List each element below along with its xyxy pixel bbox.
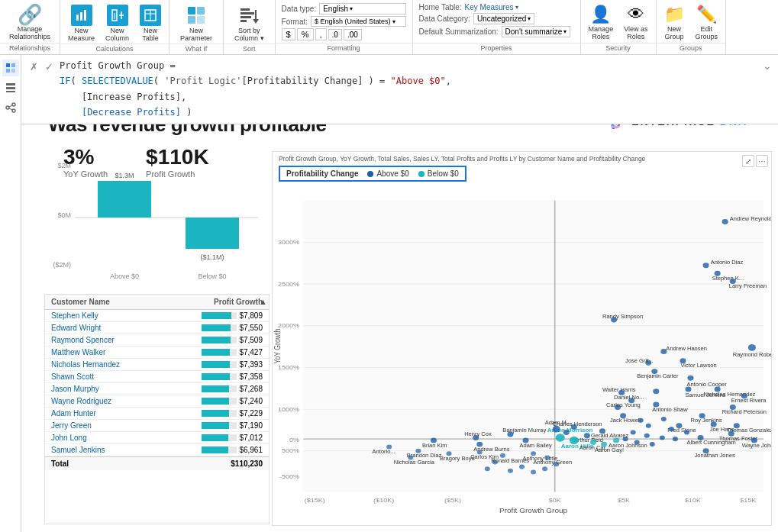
edit-groups-button[interactable]: ✏️ EditGroups [691, 3, 723, 42]
formatting-section-label: Formatting [276, 43, 412, 53]
svg-point-164 [590, 440, 596, 445]
manage-roles-button[interactable]: 👤 ManageRoles [584, 3, 618, 42]
svg-text:Victor Lawson: Victor Lawson [680, 363, 716, 368]
ribbon-top-row: 🔗 Manage Relationships Relationships New… [0, 0, 778, 55]
table-row[interactable]: John Long $7,012 [45, 432, 269, 444]
scatter-controls: ⤢ ⋯ [742, 155, 768, 167]
sort-by-column-button[interactable]: Sort byColumn ▾ [230, 3, 269, 44]
percent-btn[interactable]: % [297, 28, 314, 40]
svg-point-127 [661, 417, 667, 421]
table-row[interactable]: Wayne Rodriguez $7,240 [45, 395, 269, 408]
expand-chart-button[interactable]: ⤢ [742, 155, 754, 167]
bar-chart-area: $2M $0M ($2M) $1.3M ($1.1M) Above $0 Bel… [44, 145, 270, 286]
data-type-dropdown[interactable]: English ▾ [319, 3, 405, 15]
nav-report-icon[interactable] [2, 60, 19, 76]
security-section-label: Security [581, 43, 656, 53]
legend-label-above: Above $0 [376, 169, 408, 178]
manage-relationships-button[interactable]: 🔗 Manage Relationships [3, 3, 56, 42]
customer-name-cell: Jerry Green [51, 421, 202, 430]
table-row[interactable]: Matthew Walker $7,427 [45, 347, 269, 359]
new-parameter-button[interactable]: NewParameter [176, 3, 217, 44]
currency-symbol-btn[interactable]: $ [282, 28, 295, 40]
formula-bar-controls: ✗ ✓ [27, 58, 55, 73]
table-row[interactable]: Jason Murphy $7,268 [45, 383, 269, 395]
legend-label-below: Below $0 [428, 169, 459, 178]
svg-text:-500%: -500% [279, 473, 300, 480]
table-header-row: Customer Name Profit Growth ▲ [45, 295, 269, 310]
increase-decimal-btn[interactable]: .00 [344, 29, 362, 40]
edit-groups-icon: ✏️ [696, 5, 717, 24]
comma-btn[interactable]: , [315, 28, 327, 40]
data-category-dropdown[interactable]: Uncategorized ▾ [473, 13, 534, 24]
table-row[interactable]: Nicholas Hernandez $7,393 [45, 359, 269, 371]
svg-rect-15 [241, 12, 254, 15]
svg-point-170 [553, 426, 560, 433]
svg-text:Jose Grif...: Jose Grif... [625, 359, 653, 363]
svg-text:Antonio Diaz: Antonio Diaz [711, 260, 744, 264]
data-type-dropdown-arrow: ▾ [350, 5, 353, 12]
table-row[interactable]: Edward Wright $7,550 [45, 322, 269, 334]
ribbon-section-security: 👤 ManageRoles 👁 View asRoles Security [581, 0, 657, 54]
svg-point-125 [638, 418, 644, 423]
decrease-decimal-btn[interactable]: .0 [328, 29, 342, 40]
formula-expand-button[interactable]: ⌄ [763, 60, 772, 72]
svg-text:($2M): ($2M) [53, 261, 71, 269]
svg-text:Walter Harris: Walter Harris [602, 387, 636, 392]
formula-cancel-button[interactable]: ✗ [27, 60, 40, 73]
scatter-chart-title: Profit Growth Group, YoY Growth, Total S… [273, 152, 771, 163]
data-type-label: Data type: [282, 5, 317, 13]
nav-model-icon[interactable] [2, 99, 19, 116]
default-summarization-value: Don't summarize [505, 27, 563, 36]
new-parameter-label: NewParameter [180, 27, 212, 42]
new-column-button[interactable]: NewColumn [101, 3, 134, 44]
chart-options-button[interactable]: ⋯ [756, 155, 768, 167]
new-measure-icon [71, 5, 92, 26]
svg-point-136 [684, 430, 689, 434]
svg-point-93 [685, 387, 691, 392]
formula-confirm-button[interactable]: ✓ [43, 60, 55, 73]
legend-dot-below [418, 171, 425, 177]
table-row[interactable]: Shawn Scott $7,358 [45, 371, 269, 383]
svg-text:Jack Howell: Jack Howell [610, 418, 641, 423]
table-row[interactable]: Adam Hunter $7,229 [45, 408, 269, 420]
profit-value-cell: $7,190 [239, 421, 263, 430]
view-as-roles-button[interactable]: 👁 View asRoles [619, 3, 652, 42]
new-measure-button[interactable]: NewMeasure [63, 3, 99, 44]
new-column-label: NewColumn [105, 27, 129, 42]
svg-point-92 [653, 389, 659, 394]
data-category-label-prop: Data Category: [419, 15, 470, 23]
svg-text:Stephen K...: Stephen K... [712, 276, 744, 281]
table-scroll-button[interactable]: ▲ [259, 297, 267, 306]
table-row[interactable]: Samuel Jenkins $6,961 [45, 444, 269, 456]
svg-text:Adam M...: Adam M... [545, 421, 571, 425]
data-category-value: Uncategorized [477, 15, 526, 23]
table-row[interactable]: Stephen Kelly $7,809 [45, 310, 269, 322]
table-row[interactable]: Raymond Spencer $7,509 [45, 334, 269, 347]
nav-data-icon[interactable] [2, 79, 19, 96]
svg-rect-23 [11, 69, 15, 73]
format-dropdown[interactable]: $ English (United States) ▾ [311, 16, 406, 27]
new-column-icon [107, 5, 128, 26]
table-row[interactable]: Jerry Green $7,190 [45, 420, 269, 432]
default-summarization-dropdown[interactable]: Don't summarize ▾ [502, 26, 571, 37]
svg-point-28 [12, 103, 15, 106]
customer-name-cell: Samuel Jenkins [51, 446, 202, 454]
scatter-chart-container: Profit Growth Group, YoY Growth, Total S… [272, 151, 772, 526]
sort-by-column-label: Sort byColumn ▾ [234, 27, 264, 42]
new-group-button[interactable]: 📁 NewGroup [660, 3, 689, 42]
main-canvas: Was revenue growth profitable 🧬 ENTERPRI… [21, 99, 778, 532]
customer-name-cell: Wayne Rodriguez [51, 397, 202, 405]
home-table-dropdown[interactable]: Key Measures ▾ [465, 3, 518, 11]
profit-value-cell: $7,358 [239, 372, 263, 381]
svg-text:Andrew Reynolds: Andrew Reynolds [730, 216, 771, 221]
svg-point-27 [6, 106, 9, 109]
ribbon: 🔗 Manage Relationships Relationships New… [0, 0, 778, 56]
new-table-button[interactable]: NewTable [135, 3, 166, 44]
formula-content[interactable]: Profit Growth Group = IF( SELECTEDVALUE(… [60, 58, 772, 121]
svg-point-168 [613, 437, 619, 443]
profit-value-cell: $7,229 [239, 409, 263, 418]
svg-text:Aaron Johnson: Aaron Johnson [609, 443, 647, 448]
svg-rect-0 [76, 15, 79, 21]
svg-text:Ernest Rivera: Ernest Rivera [731, 398, 767, 403]
profit-value-cell: $7,427 [239, 348, 263, 356]
